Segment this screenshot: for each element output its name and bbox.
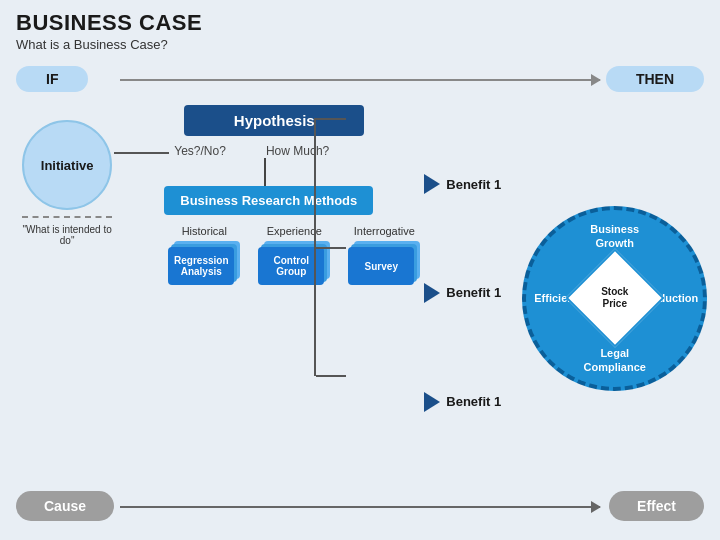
card-front-regression: Regression Analysis bbox=[168, 247, 234, 285]
initiative-quote: "What is intended to do" bbox=[17, 224, 117, 246]
main-title: BUSINESS CASE bbox=[16, 10, 704, 36]
then-pill: THEN bbox=[606, 66, 704, 92]
interrogative-label: Interrogative bbox=[354, 225, 415, 237]
hypothesis-box: Hypothesis bbox=[184, 105, 364, 136]
main-content: Initiative "What is intended to do" Hypo… bbox=[0, 96, 720, 486]
circle-text-bottom: Legal Compliance bbox=[571, 346, 660, 375]
bracket-h-top bbox=[316, 118, 346, 120]
cause-effect-arrow bbox=[120, 506, 600, 508]
if-pill: IF bbox=[16, 66, 88, 92]
center-section: Hypothesis Yes?/No? How Much? Business R… bbox=[124, 100, 424, 486]
initiative-circle: Initiative bbox=[22, 120, 112, 210]
benefits-section: Benefit 1 Benefit 1 Benefit 1 bbox=[424, 100, 519, 486]
initiative-label: Initiative bbox=[41, 158, 94, 173]
benefit-arrow-1 bbox=[424, 174, 440, 194]
bracket-h-mid bbox=[316, 247, 346, 249]
benefit-row-3: Benefit 1 bbox=[424, 392, 519, 412]
hyp-methods-wrapper: Hypothesis Yes?/No? How Much? Business R… bbox=[124, 105, 424, 287]
cause-effect-row: Cause Effect bbox=[0, 486, 720, 526]
card-front-survey: Survey bbox=[348, 247, 414, 285]
benefit-row-1: Benefit 1 bbox=[424, 174, 519, 194]
benefit-label-2: Benefit 1 bbox=[446, 285, 501, 300]
historical-label: Historical bbox=[182, 225, 227, 237]
how-much-label: How Much? bbox=[266, 144, 329, 158]
benefit-arrow-2 bbox=[424, 283, 440, 303]
historical-cards: Regression Analysis bbox=[168, 241, 240, 287]
interrogative-cards: Survey bbox=[348, 241, 420, 287]
benefit-label-3: Benefit 1 bbox=[446, 394, 501, 409]
initiative-dashed-line bbox=[22, 216, 112, 218]
method-interrogative: Interrogative Survey bbox=[344, 225, 424, 287]
method-historical: Historical Regression Analysis bbox=[164, 225, 244, 287]
initiative-section: Initiative "What is intended to do" bbox=[10, 100, 124, 486]
method-types-row: Historical Regression Analysis Experienc… bbox=[164, 225, 424, 287]
yes-no-label: Yes?/No? bbox=[174, 144, 226, 158]
bracket-h-bot bbox=[316, 375, 346, 377]
outer-circle: Business Growth Legal Compliance Efficie… bbox=[522, 206, 707, 391]
yes-how-row: Yes?/No? How Much? bbox=[174, 144, 329, 158]
v-connector bbox=[264, 158, 266, 186]
circle-text-top: Business Growth bbox=[571, 222, 660, 251]
cause-pill: Cause bbox=[16, 491, 114, 521]
header: BUSINESS CASE What is a Business Case? bbox=[0, 0, 720, 56]
methods-box: Business Research Methods bbox=[164, 186, 373, 215]
diamond-label: Stock Price bbox=[595, 286, 635, 310]
inner-diamond-wrap: Stock Price bbox=[575, 258, 655, 338]
subtitle: What is a Business Case? bbox=[16, 37, 704, 52]
benefit-arrow-3 bbox=[424, 392, 440, 412]
circle-diagram-section: Business Growth Legal Compliance Efficie… bbox=[520, 100, 710, 486]
benefit-row-2: Benefit 1 bbox=[424, 283, 519, 303]
effect-pill: Effect bbox=[609, 491, 704, 521]
if-then-arrow bbox=[120, 79, 600, 81]
benefit-label-1: Benefit 1 bbox=[446, 177, 501, 192]
if-then-row: IF THEN bbox=[0, 62, 720, 96]
method-experience: Experience Control Group bbox=[254, 225, 334, 287]
